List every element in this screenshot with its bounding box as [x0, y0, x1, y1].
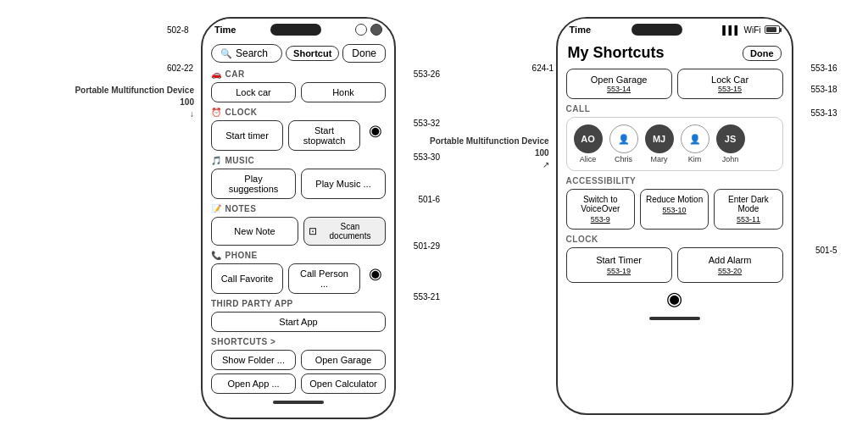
voiceover-button[interactable]: Switch to VoiceOver 553-9 — [566, 189, 635, 230]
start-timer-button[interactable]: Start timer — [211, 120, 283, 151]
signal-icon: ▌▌▌ — [722, 25, 740, 35]
shortcuts-title: My Shortcuts — [568, 44, 665, 62]
accessibility-section-label: ACCESSIBILITY — [566, 176, 783, 185]
open-calculator-button[interactable]: Open Calculator — [301, 373, 386, 394]
search-input[interactable]: 🔍 Search — [211, 44, 282, 63]
lock-car-button[interactable]: Lock car — [211, 82, 296, 102]
done-button-right[interactable]: Done — [743, 46, 782, 61]
start-timer-right-button[interactable]: Start Timer 553-19 — [566, 247, 672, 283]
add-alarm-ref: 553-20 — [687, 267, 774, 275]
avatar-alice[interactable]: AO Alice — [574, 124, 603, 163]
play-music-button[interactable]: Play Music ... — [301, 169, 386, 199]
open-app-button[interactable]: Open App ... — [211, 373, 296, 394]
chris-name: Chris — [615, 155, 632, 163]
fingerprint-icon-2: ◉ — [365, 263, 386, 284]
music-icon: 🎵 — [211, 156, 222, 165]
play-suggestions-button[interactable]: Play suggestions — [211, 169, 296, 199]
clock-section-right-label: CLOCK — [566, 235, 783, 244]
ref-502-8: 502-8 — [167, 25, 189, 35]
start-stopwatch-button[interactable]: Start stopwatch — [288, 120, 360, 151]
left-phone-content: 🔍 Search Shortcut Done 🚗 CAR Lock car Ho… — [203, 41, 394, 418]
phone-icon: 📞 — [211, 251, 222, 260]
open-garage-ref: 553-14 — [576, 85, 663, 93]
home-bar-right — [649, 317, 700, 320]
fingerprint-icon-1: ◉ — [365, 120, 386, 141]
fingerprint-icon-right: ◉ — [666, 288, 682, 310]
lock-car-right-button[interactable]: Lock Car 553-15 — [677, 69, 783, 99]
done-button-left[interactable]: Done — [342, 44, 386, 63]
dark-mode-ref: 553-11 — [720, 215, 776, 224]
shortcut-pill[interactable]: Shortcut — [286, 46, 339, 61]
call-section: AO Alice 👤 Chris MJ Mary — [566, 117, 783, 171]
search-icon: 🔍 — [220, 48, 232, 59]
avatar-mj: MJ — [645, 124, 674, 153]
right-device-annotation: Portable Multifunction Device 100 ↗ — [430, 136, 549, 171]
notes-buttons: New Note ⊡ Scan documents — [211, 217, 386, 246]
left-device-annotation: Portable Multifunction Device 100 ↓ — [75, 85, 194, 120]
car-buttons: Lock car Honk — [211, 82, 386, 102]
avatar-chris[interactable]: 👤 Chris — [609, 124, 638, 163]
mary-name: Mary — [651, 155, 668, 163]
avatar-john[interactable]: JS John — [716, 124, 745, 163]
avatar-mary[interactable]: MJ Mary — [645, 124, 674, 163]
clock-buttons-right: Start Timer 553-19 Add Alarm 553-20 — [566, 247, 783, 283]
dark-mode-button[interactable]: Enter Dark Mode 553-11 — [714, 189, 782, 230]
notch — [270, 24, 321, 36]
right-phone: Time ▌▌▌ WiFi My Shortcuts — [556, 17, 793, 415]
avatar-kim-icon: 👤 — [681, 124, 709, 153]
call-section-label: CALL — [566, 104, 783, 113]
shortcuts-row-2: Open App ... Open Calculator — [211, 373, 386, 394]
ref-553-16: 553-16 — [810, 64, 837, 73]
show-folder-button[interactable]: Show Folder ... — [211, 350, 296, 370]
new-note-button[interactable]: New Note — [211, 217, 298, 246]
open-garage-button[interactable]: Open Garage — [301, 350, 386, 370]
time-label: Time — [214, 25, 236, 35]
reduce-motion-ref: 553-10 — [646, 206, 703, 214]
lock-car-ref: 553-15 — [687, 85, 774, 93]
clock-icon: ⏰ — [211, 108, 222, 117]
call-favorite-button[interactable]: Call Favorite — [211, 263, 283, 294]
start-app-button[interactable]: Start App — [211, 312, 386, 332]
time-label-right: Time — [570, 25, 591, 35]
status-icons — [355, 24, 382, 36]
add-alarm-button[interactable]: Add Alarm 553-20 — [677, 247, 783, 283]
john-name: John — [722, 155, 739, 163]
honk-button[interactable]: Honk — [301, 82, 386, 102]
avatar-js: JS — [716, 124, 745, 153]
right-phone-content: My Shortcuts Done Open Garage 553-14 Loc… — [558, 41, 792, 413]
accessibility-buttons: Switch to VoiceOver 553-9 Reduce Motion … — [566, 189, 783, 230]
home-bar-left — [273, 401, 324, 404]
voiceover-ref: 553-9 — [572, 215, 629, 224]
alice-name: Alice — [580, 155, 597, 163]
start-timer-ref: 553-19 — [576, 267, 663, 275]
notes-section-label: 📝 NOTES — [211, 204, 386, 213]
notes-icon: 📝 — [211, 204, 222, 213]
call-person-button[interactable]: Call Person ... — [288, 263, 360, 294]
top-shortcuts-row: Open Garage 553-14 Lock Car 553-15 — [566, 69, 783, 99]
wifi-icon: WiFi — [744, 25, 761, 35]
shortcuts-row-1: Show Folder ... Open Garage — [211, 350, 386, 370]
notch-right — [632, 24, 682, 36]
clock-section-label: ⏰ CLOCK — [211, 108, 386, 117]
scan-icon: ⊡ — [309, 225, 317, 237]
ref-553-18: 553-18 — [810, 85, 837, 94]
scan-documents-button[interactable]: ⊡ Scan documents — [303, 217, 386, 246]
ref-624-1: 624-1 — [532, 64, 554, 73]
car-section-label: 🚗 CAR — [211, 69, 386, 79]
shortcuts-section-label: SHORTCUTS > — [211, 337, 386, 346]
reduce-motion-button[interactable]: Reduce Motion 553-10 — [640, 189, 709, 230]
open-garage-right-button[interactable]: Open Garage 553-14 — [566, 69, 672, 99]
search-placeholder: Search — [236, 47, 268, 59]
avatar-kim[interactable]: 👤 Kim — [681, 124, 709, 163]
phone-section-label: 📞 PHONE — [211, 251, 386, 260]
call-avatars: AO Alice 👤 Chris MJ Mary — [574, 124, 776, 163]
status-bar-right: Time ▌▌▌ WiFi — [558, 19, 792, 41]
oval1 — [355, 24, 367, 36]
oval2 — [370, 24, 382, 36]
search-bar: 🔍 Search Shortcut Done — [211, 44, 386, 63]
fingerprint-right-container: ◉ — [566, 288, 783, 310]
third-party-section-label: THIRD PARTY APP — [211, 299, 386, 308]
status-icons-right: ▌▌▌ WiFi — [722, 25, 779, 35]
ref-501-5: 501-5 — [815, 246, 837, 255]
battery-icon — [765, 25, 780, 34]
